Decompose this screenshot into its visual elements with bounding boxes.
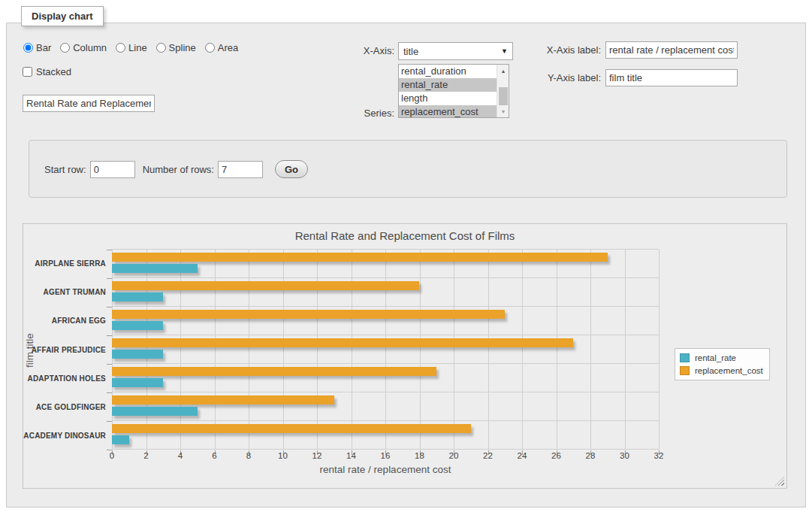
num-rows-input[interactable]: [218, 161, 263, 178]
x-axis-title: rental rate / replacement cost: [112, 464, 659, 475]
radio-icon[interactable]: [156, 43, 166, 53]
y-axis-tick: [107, 250, 112, 250]
scroll-up-icon[interactable]: ▲: [497, 65, 509, 77]
y-axis-tick: [107, 421, 112, 422]
x-tick-label: 30: [620, 451, 629, 460]
chart-type-radio-spline[interactable]: Spline: [156, 42, 196, 53]
bar-replacement_cost: [112, 395, 334, 404]
stacked-checkbox-row[interactable]: Stacked: [23, 66, 71, 77]
scrollbar-thumb[interactable]: [499, 87, 508, 105]
legend-swatch-icon: [680, 353, 690, 362]
series-multiselect[interactable]: rental_durationrental_ratelengthreplacem…: [398, 64, 509, 118]
chart-title: Rental Rate and Replacement Cost of Film…: [23, 229, 786, 242]
chart-container: Rental Rate and Replacement Cost of Film…: [23, 223, 787, 489]
x-tick-label: 4: [178, 451, 183, 460]
radio-icon[interactable]: [60, 43, 70, 53]
radio-label: Line: [128, 42, 147, 53]
go-button[interactable]: Go: [275, 160, 308, 178]
resize-handle-icon[interactable]: [775, 477, 784, 486]
legend-label: replacement_cost: [695, 366, 763, 375]
series-option-replacement_cost[interactable]: replacement_cost: [399, 105, 497, 118]
radio-icon[interactable]: [116, 43, 125, 53]
start-row-input[interactable]: [90, 161, 135, 178]
category-label: AIRPLANE SIERRA: [23, 259, 106, 268]
bar-rental_rate: [112, 264, 198, 273]
category-band: [112, 364, 659, 392]
x-axis-label-field-label: X-Axis label:: [526, 44, 601, 56]
x-axis-selected-value: title: [403, 46, 501, 57]
stacked-label: Stacked: [36, 66, 71, 77]
category-label: ACADEMY DINOSAUR: [23, 431, 106, 439]
category-band: [112, 421, 659, 450]
start-row-label: Start row:: [44, 164, 86, 175]
chevron-down-icon: ▼: [501, 47, 508, 55]
bar-rental_rate: [112, 350, 163, 359]
category-label: AFFAIR PREJUDICE: [23, 345, 106, 353]
chart-title-input[interactable]: [23, 95, 155, 112]
num-rows-label: Number of rows:: [143, 164, 214, 175]
category-band: [112, 307, 659, 335]
series-select-label: Series:: [315, 108, 394, 119]
x-tick-label: 20: [449, 451, 459, 460]
x-tick-label: 2: [143, 451, 148, 460]
y-axis-label-input[interactable]: [605, 69, 738, 86]
y-axis-label-field-label: Y-Axis label:: [526, 72, 601, 83]
category-band: [112, 278, 659, 307]
stacked-checkbox[interactable]: [23, 67, 32, 77]
x-axis-select[interactable]: title ▼: [398, 42, 513, 60]
plot-area: [112, 249, 659, 450]
y-axis-tick: [107, 392, 112, 393]
x-tick-label: 6: [212, 451, 216, 460]
chart-type-radio-line[interactable]: Line: [116, 42, 147, 53]
x-tick-label: 16: [381, 451, 391, 460]
bar-rental_rate: [112, 435, 129, 444]
legend-label: rental_rate: [695, 353, 736, 362]
x-axis-label-input[interactable]: [605, 41, 738, 59]
y-axis-tick: [107, 278, 112, 279]
radio-icon[interactable]: [23, 43, 33, 53]
x-tick-label: 0: [110, 451, 114, 460]
x-tick-label: 10: [278, 451, 288, 460]
category-label: ADAPTATION HOLES: [23, 374, 106, 382]
radio-label: Area: [218, 42, 238, 53]
rows-panel: Start row: Number of rows: Go: [29, 140, 787, 198]
chart-type-radio-column[interactable]: Column: [60, 42, 107, 53]
gridline: [659, 250, 660, 450]
chart-type-radio-area[interactable]: Area: [205, 42, 238, 53]
bar-replacement_cost: [112, 310, 505, 319]
y-axis-tick: [107, 335, 112, 336]
bar-replacement_cost: [112, 281, 419, 290]
x-tick-label: 8: [246, 451, 251, 460]
scroll-down-icon[interactable]: ▼: [497, 105, 509, 117]
x-tick-label: 24: [518, 451, 527, 460]
x-tick-label: 28: [586, 451, 596, 460]
y-axis-tick: [107, 307, 112, 308]
x-tick-label: 14: [346, 451, 356, 460]
category-band: [112, 335, 659, 364]
y-axis-tick: [107, 364, 112, 365]
bar-rental_rate: [112, 378, 163, 387]
x-axis-select-label: X-Axis:: [315, 45, 394, 56]
page: Display chart BarColumnLineSplineArea St…: [0, 0, 812, 512]
bar-replacement_cost: [112, 253, 608, 262]
category-axis-labels: AIRPLANE SIERRAAGENT TRUMANAFRICAN EGGAF…: [23, 249, 106, 450]
radio-label: Spline: [169, 42, 196, 53]
x-tick-label: 22: [483, 451, 493, 460]
category-label: AFRICAN EGG: [23, 317, 106, 325]
bar-replacement_cost: [112, 338, 573, 347]
chart-legend: rental_ratereplacement_cost: [675, 348, 770, 380]
series-option-rental_duration[interactable]: rental_duration: [399, 65, 497, 78]
radio-icon[interactable]: [205, 43, 215, 53]
series-option-rental_rate[interactable]: rental_rate: [399, 78, 497, 92]
bar-rental_rate: [112, 292, 163, 301]
fieldset-legend: Display chart: [21, 6, 104, 26]
x-tick-label: 18: [415, 451, 424, 460]
series-option-length[interactable]: length: [399, 92, 497, 105]
series-scrollbar[interactable]: ▲ ▼: [497, 65, 509, 117]
legend-item: replacement_cost: [680, 366, 763, 375]
legend-item: rental_rate: [680, 353, 763, 362]
category-label: AGENT TRUMAN: [23, 288, 106, 296]
x-tick-label: 32: [654, 451, 664, 460]
x-axis-tick-labels: 02468101214161820222426283032: [112, 451, 659, 462]
chart-type-radio-bar[interactable]: Bar: [23, 42, 51, 53]
